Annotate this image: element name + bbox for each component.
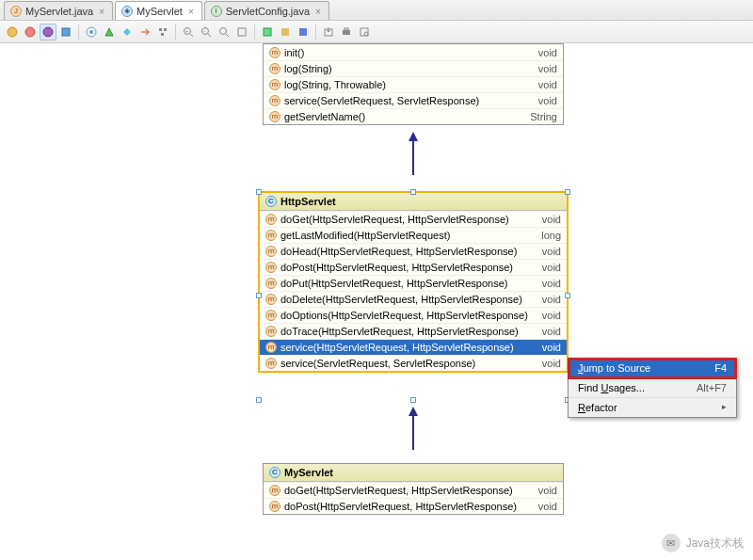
method-signature: service(ServletRequest, ServletResponse) [284, 95, 479, 106]
shortcut-label: F4 [714, 362, 727, 374]
resize-handle[interactable] [256, 293, 262, 298]
method-icon: m [269, 111, 280, 122]
menu-label: Find Usages... [578, 382, 645, 393]
method-return-type: void [542, 326, 561, 337]
method-row[interactable]: mdoPost(HttpServletRequest, HttpServletR… [264, 498, 563, 514]
interface-icon: I [211, 6, 222, 17]
dependencies-icon[interactable] [136, 24, 153, 40]
layout-icon[interactable] [154, 24, 171, 40]
methods-icon[interactable] [40, 24, 56, 40]
class-node-httpservlet[interactable]: C HttpServlet mdoGet(HttpServletRequest,… [259, 192, 568, 372]
class-node-genericservlet[interactable]: minit()voidmlog(String)voidmlog(String, … [263, 43, 564, 125]
diagram-toolbar: + - [0, 21, 753, 43]
method-return-type: void [542, 342, 561, 353]
svg-point-15 [220, 27, 227, 34]
constructors-icon[interactable] [22, 24, 39, 40]
toolbar-separator [78, 24, 79, 40]
print-icon[interactable] [338, 24, 355, 40]
svg-point-2 [43, 27, 53, 37]
resize-handle[interactable] [256, 189, 262, 195]
method-row[interactable]: mdoPost(HttpServletRequest, HttpServletR… [260, 259, 567, 275]
method-row[interactable]: mlog(String, Throwable)void [264, 76, 563, 92]
svg-point-5 [89, 30, 93, 34]
toolbar-separator [175, 24, 176, 40]
method-row[interactable]: mdoGet(HttpServletRequest, HttpServletRe… [260, 211, 567, 227]
svg-point-25 [364, 32, 368, 36]
method-row[interactable]: mgetLastModified(HttpServletRequest)long [260, 227, 567, 243]
change-scope-icon[interactable] [101, 24, 118, 40]
close-icon[interactable]: × [315, 7, 321, 17]
context-menu-item[interactable]: Refactor▸ [569, 398, 736, 417]
resize-handle[interactable] [256, 397, 262, 403]
method-return-type: void [542, 358, 561, 369]
method-row[interactable]: mlog(String)void [264, 60, 563, 76]
wechat-icon: ✉ [662, 534, 681, 552]
method-row[interactable]: mdoTrace(HttpServletRequest, HttpServlet… [260, 323, 567, 339]
method-signature: getLastModified(HttpServletRequest) [280, 230, 450, 241]
svg-point-0 [8, 27, 17, 37]
method-return-type: void [538, 485, 557, 496]
fields-icon[interactable] [4, 24, 21, 40]
method-return-type: void [538, 501, 557, 512]
svg-text:+: + [185, 28, 189, 34]
close-icon[interactable]: × [188, 7, 194, 17]
method-icon: m [265, 294, 277, 305]
method-signature: doPost(HttpServletRequest, HttpServletRe… [284, 501, 517, 512]
method-return-type: String [530, 111, 557, 122]
svg-rect-23 [344, 28, 348, 30]
context-menu: Jump to SourceF4Find Usages...Alt+F7Refa… [568, 358, 737, 418]
method-row[interactable]: mdoDelete(HttpServletRequest, HttpServle… [260, 291, 567, 307]
svg-rect-19 [281, 28, 289, 36]
apply-layout-icon[interactable] [259, 24, 276, 40]
fit-content-icon[interactable] [233, 24, 250, 40]
method-row[interactable]: mdoOptions(HttpServletRequest, HttpServl… [260, 307, 567, 323]
zoom-out-icon[interactable]: - [198, 24, 215, 40]
tab-myservlet-diagram[interactable]: ◈ MyServlet × [115, 1, 202, 20]
method-row[interactable]: mservice(HttpServletRequest, HttpServlet… [260, 339, 567, 355]
context-menu-item[interactable]: Find Usages...Alt+F7 [569, 378, 736, 398]
method-row[interactable]: mservice(ServletRequest, ServletResponse… [264, 92, 563, 108]
save-icon[interactable] [295, 24, 312, 40]
toolbar-separator [254, 24, 255, 40]
close-icon[interactable]: × [99, 7, 104, 17]
method-icon: m [269, 95, 280, 106]
method-icon: m [269, 47, 280, 58]
method-row[interactable]: mdoGet(HttpServletRequest, HttpServletRe… [264, 482, 563, 498]
zoom-in-icon[interactable]: + [180, 24, 197, 40]
export-icon[interactable] [320, 24, 337, 40]
method-row[interactable]: mgetServletName()String [264, 108, 563, 124]
properties-icon[interactable] [57, 24, 74, 40]
svg-point-1 [25, 27, 35, 37]
settings-icon[interactable] [277, 24, 294, 40]
tab-servletconfig-java[interactable]: I ServletConfig.java × [204, 1, 329, 20]
tab-myservlet-java[interactable]: J MyServlet.java × [4, 1, 113, 20]
method-row[interactable]: mservice(ServletRequest, ServletResponse… [260, 355, 567, 371]
class-name: MyServlet [284, 467, 333, 478]
visibility-icon[interactable] [119, 24, 136, 40]
class-node-myservlet[interactable]: C MyServlet mdoGet(HttpServletRequest, H… [263, 463, 564, 515]
method-return-type: void [542, 278, 561, 289]
svg-rect-7 [164, 28, 167, 31]
resize-handle[interactable] [410, 397, 416, 403]
method-row[interactable]: minit()void [264, 44, 563, 60]
diagram-canvas[interactable]: minit()voidmlog(String)voidmlog(String, … [0, 43, 753, 560]
zoom-actual-icon[interactable] [216, 24, 232, 40]
inner-classes-icon[interactable] [83, 24, 100, 40]
resize-handle[interactable] [410, 189, 416, 195]
method-return-type: void [538, 63, 557, 74]
svg-rect-18 [264, 28, 271, 36]
method-return-type: void [542, 214, 561, 225]
svg-rect-20 [299, 28, 307, 36]
svg-line-10 [190, 34, 193, 37]
context-menu-item[interactable]: Jump to SourceF4 [569, 359, 736, 378]
method-icon: m [265, 278, 277, 289]
method-icon: m [265, 358, 277, 369]
resize-handle[interactable] [565, 189, 570, 195]
print-preview-icon[interactable] [356, 24, 373, 40]
method-signature: service(ServletRequest, ServletResponse) [280, 358, 475, 369]
method-row[interactable]: mdoPut(HttpServletRequest, HttpServletRe… [260, 275, 567, 291]
resize-handle[interactable] [565, 293, 570, 298]
method-return-type: void [542, 246, 561, 257]
method-return-type: void [542, 310, 561, 321]
method-row[interactable]: mdoHead(HttpServletRequest, HttpServletR… [260, 243, 567, 259]
